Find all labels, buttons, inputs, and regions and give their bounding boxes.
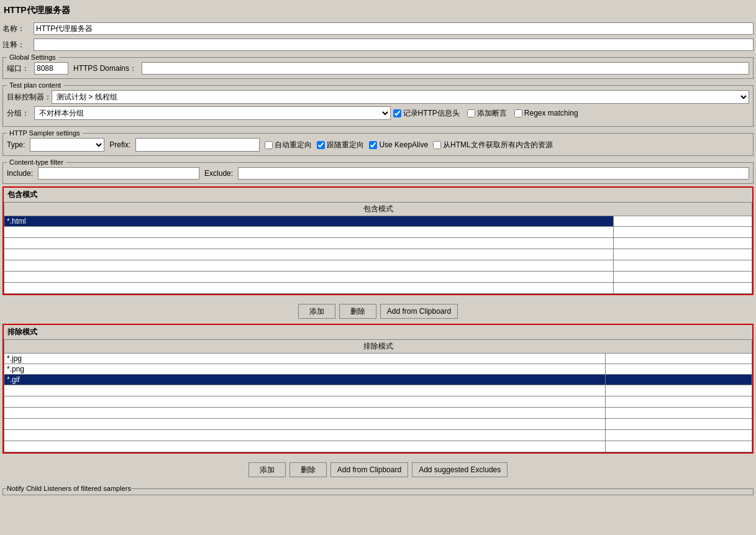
exclude-empty-4 xyxy=(4,419,606,430)
table-row[interactable] xyxy=(4,249,752,260)
regex-matching-label: Regex matching xyxy=(524,109,578,117)
name-label: 名称： xyxy=(2,24,34,34)
regex-matching-checkbox[interactable] xyxy=(514,109,522,117)
subgroup-select[interactable]: 不对样本分组 xyxy=(34,106,391,120)
exclude-delete-button[interactable]: 删除 xyxy=(289,462,327,477)
name-row: 名称： xyxy=(2,21,754,36)
table-row[interactable] xyxy=(4,419,752,430)
https-label: HTTPS Domains： xyxy=(73,63,137,74)
include-empty-6-right xyxy=(614,283,752,294)
exclude-pattern-gif: *.gif xyxy=(4,375,606,385)
include-empty-2-right xyxy=(614,238,752,249)
checkbox-group: 记录HTTP信息头 添加断言 Regex matching xyxy=(393,108,750,119)
target-select[interactable]: 测试计划 > 线程组 xyxy=(52,90,749,104)
test-plan-group: Test plan content 目标控制器： 测试计划 > 线程组 分组： … xyxy=(2,81,754,127)
exclude-empty-2-right xyxy=(606,396,752,408)
include-col-header: 包含模式 xyxy=(4,203,752,216)
include-empty-4 xyxy=(4,260,614,272)
prefix-input[interactable] xyxy=(135,138,260,152)
include-patterns-section: 包含模式 包含模式 *.html xyxy=(2,186,754,295)
exclude-pattern-jpg: *.jpg xyxy=(4,354,606,364)
follow-redirect-label[interactable]: 跟随重定向 xyxy=(317,140,364,150)
table-row[interactable] xyxy=(4,408,752,419)
regex-matching-checkbox-label[interactable]: Regex matching xyxy=(514,109,578,117)
from-html-label[interactable]: 从HTML文件获取所有内含的资源 xyxy=(433,140,553,150)
include-empty-1 xyxy=(4,227,614,238)
keepalive-label[interactable]: Use KeepAlive xyxy=(369,140,428,149)
table-row[interactable] xyxy=(4,441,752,452)
exclude-patterns-title: 排除模式 xyxy=(4,325,752,339)
subgroup-label: 分组： xyxy=(7,108,32,119)
include-add-button[interactable]: 添加 xyxy=(298,304,335,319)
table-row[interactable]: *.gif xyxy=(4,375,752,385)
auto-redirect-label[interactable]: 自动重定向 xyxy=(265,140,312,150)
port-input[interactable] xyxy=(34,62,68,75)
type-select[interactable] xyxy=(30,138,104,152)
comment-input[interactable] xyxy=(34,39,754,51)
https-domains-input[interactable] xyxy=(142,62,749,75)
table-row[interactable] xyxy=(4,227,752,238)
table-row[interactable]: *.png xyxy=(4,364,752,375)
comment-row: 注释： xyxy=(2,37,754,52)
exclude-pattern-png-right xyxy=(606,364,752,375)
comment-label: 注释： xyxy=(2,40,34,50)
main-container: HTTP代理服务器 名称： 注释： Global Settings 端口： HT… xyxy=(0,0,756,535)
table-row[interactable] xyxy=(4,385,752,396)
exclude-button-row: 添加 删除 Add from Clipboard Add suggested E… xyxy=(2,457,754,482)
exclude-patterns-section: 排除模式 排除模式 *.jpg *.png *.gif xyxy=(2,324,754,454)
exclude-pattern-png: *.png xyxy=(4,364,606,375)
global-settings-legend: Global Settings xyxy=(7,53,58,61)
record-http-checkbox-label[interactable]: 记录HTTP信息头 xyxy=(393,108,460,119)
exclude-input[interactable] xyxy=(238,167,749,180)
include-empty-5 xyxy=(4,272,614,283)
exclude-empty-2 xyxy=(4,396,606,408)
include-empty-3 xyxy=(4,249,614,260)
keepalive-checkbox[interactable] xyxy=(369,141,377,149)
global-settings-row: 端口： HTTPS Domains： xyxy=(7,62,749,75)
target-select-wrapper: 测试计划 > 线程组 xyxy=(52,90,749,104)
exclude-clipboard-button[interactable]: Add from Clipboard xyxy=(330,462,408,477)
subgroup-row: 分组： 不对样本分组 记录HTTP信息头 添加断言 Regex matching xyxy=(7,106,749,120)
follow-redirect-checkbox[interactable] xyxy=(317,141,325,149)
name-input[interactable] xyxy=(34,22,754,35)
table-row[interactable]: *.jpg xyxy=(4,354,752,364)
exclude-label: Exclude: xyxy=(204,169,233,178)
follow-redirect-text: 跟随重定向 xyxy=(327,140,364,150)
test-plan-legend: Test plan content xyxy=(7,81,63,89)
exclude-empty-5-right xyxy=(606,430,752,441)
table-row[interactable]: *.html xyxy=(4,216,752,227)
from-html-checkbox[interactable] xyxy=(433,141,441,149)
auto-redirect-text: 自动重定向 xyxy=(275,140,312,150)
target-row: 目标控制器： 测试计划 > 线程组 xyxy=(7,90,749,104)
exclude-patterns-table: 排除模式 *.jpg *.png *.gif xyxy=(4,339,752,452)
exclude-empty-3 xyxy=(4,408,606,419)
exclude-empty-1-right xyxy=(606,385,752,396)
exclude-col-header: 排除模式 xyxy=(4,340,752,354)
include-patterns-title: 包含模式 xyxy=(4,188,752,202)
keepalive-text: Use KeepAlive xyxy=(379,140,428,149)
table-row[interactable] xyxy=(4,272,752,283)
table-row[interactable] xyxy=(4,238,752,249)
table-row[interactable] xyxy=(4,260,752,272)
record-http-checkbox[interactable] xyxy=(393,109,401,117)
from-html-text: 从HTML文件获取所有内含的资源 xyxy=(443,140,553,150)
content-filter-group: Content-type filter Include: Exclude: xyxy=(2,158,754,184)
http-sampler-legend: HTTP Sampler settings xyxy=(7,129,83,137)
include-clipboard-button[interactable]: Add from Clipboard xyxy=(380,304,458,319)
add-assertions-checkbox-label[interactable]: 添加断言 xyxy=(467,108,507,119)
exclude-add-button[interactable]: 添加 xyxy=(248,462,286,477)
table-row[interactable] xyxy=(4,430,752,441)
exclude-suggested-button[interactable]: Add suggested Excludes xyxy=(412,462,508,477)
table-row[interactable] xyxy=(4,283,752,294)
content-filter-row: Include: Exclude: xyxy=(7,167,749,180)
include-input[interactable] xyxy=(38,167,199,180)
exclude-pattern-gif-right xyxy=(606,375,752,385)
include-label: Include: xyxy=(7,169,33,178)
notify-section: Notify Child Listeners of filtered sampl… xyxy=(2,485,754,495)
include-button-row: 添加 删除 Add from Clipboard xyxy=(2,299,754,324)
type-label: Type: xyxy=(7,140,25,149)
table-row[interactable] xyxy=(4,396,752,408)
add-assertions-checkbox[interactable] xyxy=(467,109,475,117)
auto-redirect-checkbox[interactable] xyxy=(265,141,273,149)
include-delete-button[interactable]: 删除 xyxy=(339,304,376,319)
